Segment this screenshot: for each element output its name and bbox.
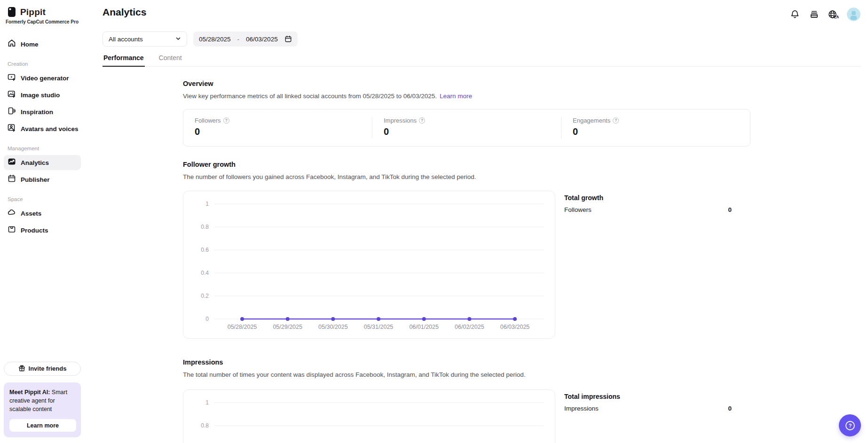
page-title: Analytics — [103, 7, 146, 18]
promo-text: Meet Pippit AI: Smart creative agent for… — [9, 388, 76, 413]
svg-text:05/31/2025: 05/31/2025 — [364, 324, 394, 330]
impressions-chart: 10.80.60.40.2005/28/202505/29/202505/30/… — [183, 389, 555, 443]
brand-name: Pippit — [20, 7, 46, 17]
sidebar: Pippit Formerly CapCut Commerce Pro Home… — [0, 0, 85, 443]
overview-learn-more-link[interactable]: Learn more — [440, 93, 472, 100]
metric-engagements-value: 0 — [573, 126, 739, 137]
sidebar-item-image-studio[interactable]: Image studio — [4, 87, 81, 102]
follower-growth-chart: 10.80.60.40.2005/28/202505/29/202505/30/… — [183, 191, 555, 339]
svg-text:?: ? — [848, 423, 852, 428]
tab-bar: Performance Content — [103, 52, 860, 67]
metric-impressions-value: 0 — [384, 126, 550, 137]
box-icon — [8, 225, 16, 235]
sidebar-nav: Home Creation Video generator Image stud… — [4, 37, 81, 240]
sidebar-item-assets[interactable]: Assets — [4, 206, 81, 221]
impressions-description: The total number of times your content w… — [183, 371, 750, 378]
summary-row: Followers 0 — [564, 206, 732, 213]
metric-followers: Followers? 0 — [183, 117, 372, 139]
main-area: Analytics EN All accounts — [85, 0, 868, 443]
svg-text:06/03/2025: 06/03/2025 — [500, 324, 530, 330]
invite-friends-button[interactable]: Invite friends — [4, 362, 81, 376]
date-start: 05/28/2025 — [199, 36, 231, 43]
section-label-space: Space — [8, 196, 81, 202]
total-impressions-value: 0 — [728, 405, 732, 412]
follower-growth-description: The number of followers you gained acros… — [183, 173, 750, 180]
svg-text:0.4: 0.4 — [201, 270, 209, 276]
svg-text:05/28/2025: 05/28/2025 — [228, 324, 257, 330]
section-label-creation: Creation — [8, 61, 81, 67]
help-button[interactable]: ? — [839, 414, 861, 436]
gift-icon — [18, 365, 25, 373]
svg-text:06/01/2025: 06/01/2025 — [409, 324, 439, 330]
calendar-icon — [8, 174, 16, 185]
svg-text:0.6: 0.6 — [201, 247, 209, 253]
drafts-tray-icon[interactable] — [808, 9, 820, 20]
svg-text:05/30/2025: 05/30/2025 — [318, 324, 348, 330]
date-separator: - — [237, 36, 240, 43]
sidebar-item-avatars-and-voices[interactable]: Avatars and voices — [4, 121, 81, 136]
notifications-bell-icon[interactable] — [789, 9, 800, 20]
cloud-icon — [8, 208, 16, 218]
question-circle-icon[interactable]: ? — [613, 117, 619, 124]
avatars-icon — [8, 124, 16, 134]
svg-text:1: 1 — [205, 399, 209, 406]
topbar: EN — [789, 7, 860, 21]
section-label-management: Management — [8, 146, 81, 151]
sidebar-item-analytics[interactable]: Analytics — [4, 155, 81, 170]
total-growth-value: 0 — [728, 206, 732, 213]
sidebar-item-publisher[interactable]: Publisher — [4, 172, 81, 187]
brand-tagline: Formerly CapCut Commerce Pro — [4, 19, 81, 24]
filter-controls: All accounts 05/28/2025 - 06/03/2025 — [103, 31, 860, 47]
follower-growth-summary: Total growth Followers 0 — [564, 191, 732, 213]
analytics-icon — [8, 157, 16, 168]
impressions-heading: Impressions — [183, 358, 750, 366]
impressions-summary: Total impressions Impressions 0 — [564, 389, 732, 412]
svg-text:0.8: 0.8 — [201, 422, 209, 429]
svg-text:0.2: 0.2 — [201, 293, 209, 299]
sidebar-item-video-generator[interactable]: Video generator — [4, 70, 81, 85]
sidebar-item-home[interactable]: Home — [4, 37, 81, 52]
promo-learn-more-button[interactable]: Learn more — [9, 419, 76, 432]
home-icon — [8, 39, 16, 49]
metric-impressions: Impressions? 0 — [372, 117, 561, 139]
sidebar-item-products[interactable]: Products — [4, 223, 81, 238]
date-range-picker[interactable]: 05/28/2025 - 06/03/2025 — [193, 31, 298, 47]
metric-followers-value: 0 — [195, 126, 361, 137]
image-studio-icon — [8, 90, 16, 100]
sidebar-item-inspiration[interactable]: Inspiration — [4, 104, 81, 119]
inspiration-icon — [8, 107, 16, 117]
metric-engagements: Engagements? 0 — [561, 117, 750, 139]
tab-content[interactable]: Content — [158, 52, 183, 67]
overview-metrics-card: Followers? 0 Impressions? 0 Engagements?… — [183, 109, 750, 147]
language-globe-icon[interactable]: EN — [828, 9, 839, 20]
content-scroll-area[interactable]: Overview View key performance metrics of… — [85, 67, 868, 443]
brand-logo[interactable]: Pippit — [4, 7, 81, 18]
svg-text:0.8: 0.8 — [201, 224, 209, 230]
summary-row: Impressions 0 — [564, 405, 732, 412]
svg-text:0: 0 — [205, 316, 209, 322]
date-end: 06/03/2025 — [246, 36, 278, 43]
follower-growth-heading: Follower growth — [183, 161, 750, 168]
video-generator-icon — [8, 73, 16, 83]
question-circle-icon[interactable]: ? — [419, 117, 425, 124]
calendar-icon — [284, 35, 292, 43]
overview-heading: Overview — [183, 80, 750, 87]
chevron-down-icon — [175, 36, 181, 43]
svg-text:EN: EN — [834, 15, 839, 19]
svg-text:06/02/2025: 06/02/2025 — [455, 324, 484, 330]
question-circle-icon[interactable]: ? — [223, 117, 229, 124]
user-avatar[interactable] — [847, 8, 860, 21]
overview-description: View key performance metrics of all link… — [183, 93, 750, 100]
accounts-select[interactable]: All accounts — [103, 31, 187, 47]
promo-card: Meet Pippit AI: Smart creative agent for… — [4, 382, 81, 437]
pippit-logo-icon — [8, 7, 17, 18]
tab-performance[interactable]: Performance — [103, 52, 145, 67]
svg-text:1: 1 — [205, 201, 209, 207]
svg-text:05/29/2025: 05/29/2025 — [273, 324, 302, 330]
